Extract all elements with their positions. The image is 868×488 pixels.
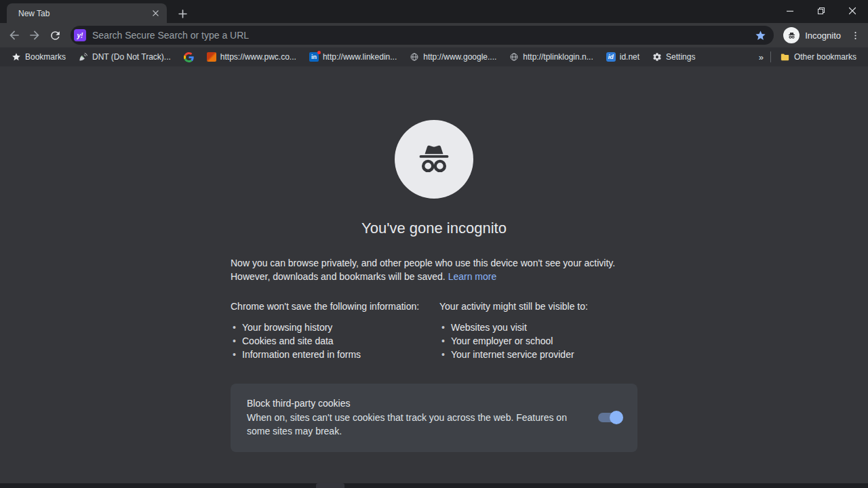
toggle-knob (610, 411, 623, 424)
bookmark-star-icon[interactable] (752, 27, 768, 43)
minimize-icon[interactable] (774, 0, 806, 22)
list-item: Your internet service provider (439, 348, 637, 361)
browser-tab[interactable]: New Tab (7, 3, 167, 23)
bookmark-label: Bookmarks (25, 52, 66, 62)
list-item: Your browsing history (231, 321, 429, 334)
block-cookies-title: Block third-party cookies (247, 396, 586, 410)
bookmark-label: http://tplinklogin.n... (523, 52, 593, 62)
new-tab-icon[interactable] (174, 5, 191, 22)
address-bar[interactable]: y! (71, 26, 774, 45)
wont-save-column: Chrome won't save the following informat… (231, 300, 429, 361)
forward-icon[interactable] (24, 25, 45, 45)
bookmark-label: http://www.google.... (423, 52, 496, 62)
pwc-icon (207, 52, 216, 62)
bookmark-item-google[interactable] (180, 50, 197, 64)
id-net-icon: id (606, 52, 616, 62)
bookmark-item-linkedin[interactable]: in http://www.linkedin... (306, 50, 400, 64)
linkedin-icon: in (309, 52, 319, 62)
bookmark-item-pwc[interactable]: https://www.pwc.co... (203, 50, 300, 64)
wont-save-heading: Chrome won't save the following informat… (231, 300, 429, 313)
window-controls (774, 0, 868, 22)
incognito-badge: Incognito (783, 27, 841, 43)
bookmark-item-idnet[interactable]: id id.net (603, 50, 643, 64)
wont-save-list: Your browsing history Cookies and site d… (231, 321, 429, 361)
satellite-icon (79, 52, 88, 62)
visible-to-column: Your activity might still be visible to:… (439, 300, 637, 361)
folder-icon (780, 52, 790, 62)
bookmark-item-tplink[interactable]: http://tplinklogin.n... (506, 50, 596, 64)
other-bookmarks-folder[interactable]: Other bookmarks (776, 50, 860, 64)
description-text: Now you can browse privately, and other … (231, 258, 615, 282)
browser-toolbar: y! Incognito (0, 23, 868, 47)
bookmark-item-bookmarks[interactable]: Bookmarks (8, 50, 69, 64)
list-item: Information entered in forms (231, 348, 429, 361)
list-item: Your employer or school (439, 334, 637, 348)
star-icon (12, 52, 21, 62)
learn-more-link[interactable]: Learn more (448, 271, 497, 282)
incognito-description: Now you can browse privately, and other … (231, 256, 637, 283)
back-icon[interactable] (4, 25, 24, 45)
tab-title: New Tab (18, 9, 149, 18)
bookmark-label: id.net (620, 52, 639, 62)
restore-icon[interactable] (806, 0, 837, 22)
google-g-icon (184, 52, 194, 62)
other-bookmarks-label: Other bookmarks (794, 52, 856, 62)
bookmark-item-google-url[interactable]: http://www.google.... (406, 50, 500, 64)
close-icon[interactable] (837, 0, 868, 22)
block-cookies-card: Block third-party cookies When on, sites… (231, 384, 637, 452)
info-columns: Chrome won't save the following informat… (231, 300, 637, 361)
bookmark-label: Settings (666, 52, 695, 62)
block-cookies-description: When on, sites can't use cookies that tr… (247, 411, 586, 438)
visible-to-heading: Your activity might still be visible to: (439, 300, 637, 313)
gear-icon (652, 52, 662, 62)
incognito-icon (783, 27, 800, 43)
list-item: Websites you visit (439, 321, 637, 334)
window-titlebar: New Tab (0, 0, 868, 23)
bookmark-label: DNT (Do Not Track)... (92, 52, 171, 62)
visible-to-list: Websites you visit Your employer or scho… (439, 321, 637, 361)
taskbar-hint (316, 483, 344, 488)
reload-icon[interactable] (45, 25, 65, 45)
bookmarks-overflow-chevron-icon[interactable]: » (753, 51, 769, 64)
taskbar-edge (0, 483, 868, 488)
search-engine-icon: y! (74, 29, 86, 41)
bookmarks-bar: Bookmarks DNT (Do Not Track)... https://… (0, 47, 868, 66)
page-title: You've gone incognito (231, 220, 637, 237)
bookmark-label: http://www.linkedin... (323, 52, 397, 62)
tab-close-icon[interactable] (149, 7, 161, 20)
incognito-hero-icon (395, 120, 473, 199)
url-input[interactable] (92, 30, 752, 41)
bookmark-item-dnt[interactable]: DNT (Do Not Track)... (75, 50, 174, 64)
bookmarks-separator (770, 52, 771, 62)
bookmark-label: https://www.pwc.co... (220, 52, 296, 62)
block-cookies-toggle[interactable] (598, 413, 621, 422)
menu-kebab-icon[interactable] (846, 26, 864, 44)
incognito-label: Incognito (805, 30, 841, 41)
bookmark-item-settings[interactable]: Settings (649, 50, 698, 64)
list-item: Cookies and site data (231, 334, 429, 348)
globe-icon (509, 52, 519, 62)
incognito-ntp: You've gone incognito Now you can browse… (0, 66, 868, 483)
globe-icon (410, 52, 419, 62)
